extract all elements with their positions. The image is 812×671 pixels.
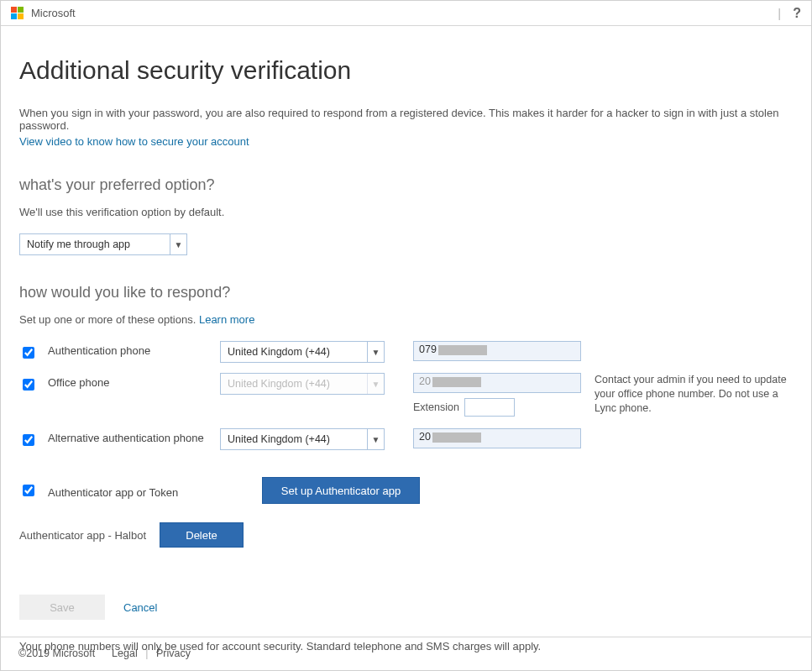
input-auth-phone-number[interactable]: 079: [413, 341, 581, 361]
page-body: Additional security verification When yo…: [1, 26, 811, 653]
select-country-office-phone-value: United Kingdom (+44): [221, 374, 384, 394]
respond-heading: how would you like to respond?: [19, 284, 793, 301]
office-phone-note: Contact your admin if you need to update…: [589, 373, 793, 416]
footer: ©2019 Microsoft Legal | Privacy: [0, 637, 812, 671]
delete-authenticator-button-label: Delete: [186, 529, 217, 542]
intro-text: When you sign in with your password, you…: [19, 107, 792, 132]
cancel-link[interactable]: Cancel: [123, 601, 157, 614]
respond-desc-text: Set up one or more of these options.: [19, 313, 199, 326]
input-office-phone-number: 20: [413, 373, 581, 393]
help-icon[interactable]: ?: [793, 6, 801, 21]
input-extension: [464, 398, 515, 417]
authenticator-device-label: Authenticator app - Halbot: [19, 529, 146, 542]
preferred-desc: We'll use this verification option by de…: [19, 206, 793, 218]
input-auth-phone-number-value: 079: [419, 343, 437, 355]
input-alt-phone-number[interactable]: 20: [413, 428, 581, 448]
brand-name: Microsoft: [31, 7, 76, 19]
row-office-phone: Office phone United Kingdom (+44) ▼ 20 E…: [19, 373, 793, 417]
label-authentication-phone: Authentication phone: [48, 341, 212, 357]
row-alt-auth-phone: Alternative authentication phone United …: [19, 428, 793, 455]
select-country-auth-phone-value: United Kingdom (+44): [221, 342, 384, 362]
footer-legal-link[interactable]: Legal: [112, 647, 138, 659]
microsoft-logo-icon: [11, 7, 24, 20]
preferred-option-value: Notify me through app: [20, 234, 186, 254]
learn-more-link[interactable]: Learn more: [199, 313, 254, 326]
header-divider: |: [778, 6, 781, 20]
checkbox-office-phone[interactable]: [23, 379, 34, 391]
input-office-phone-number-value: 20: [419, 375, 431, 387]
footer-privacy-link[interactable]: Privacy: [156, 647, 191, 659]
footer-copyright: ©2019 Microsoft: [18, 647, 95, 659]
checkbox-alt-auth-phone[interactable]: [23, 434, 34, 446]
save-button: Save: [19, 595, 105, 620]
preferred-heading: what's your preferred option?: [19, 176, 793, 194]
intro-video-link[interactable]: View video to know how to secure your ac…: [19, 135, 249, 148]
label-authenticator-app: Authenticator app or Token: [48, 483, 254, 499]
row-authenticator-app: Authenticator app or Token Set up Authen…: [19, 477, 793, 504]
label-alt-auth-phone: Alternative authentication phone: [48, 428, 212, 444]
row-authentication-phone: Authentication phone United Kingdom (+44…: [19, 341, 793, 368]
select-country-alt-phone-value: United Kingdom (+44): [221, 429, 384, 449]
preferred-option-select[interactable]: Notify me through app ▼: [19, 233, 187, 255]
checkbox-authenticator-app[interactable]: [23, 485, 34, 496]
select-country-alt-phone[interactable]: United Kingdom (+44) ▼: [220, 428, 385, 450]
select-country-auth-phone[interactable]: United Kingdom (+44) ▼: [220, 341, 385, 363]
checkbox-authentication-phone[interactable]: [23, 347, 34, 359]
delete-authenticator-button[interactable]: Delete: [160, 522, 244, 548]
respond-desc: Set up one or more of these options. Lea…: [19, 313, 793, 326]
brand-bar: Microsoft | ?: [1, 1, 811, 26]
label-office-phone: Office phone: [48, 373, 212, 389]
select-country-office-phone: United Kingdom (+44) ▼: [220, 373, 385, 395]
page-title: Additional security verification: [19, 56, 793, 85]
save-button-label: Save: [50, 601, 75, 614]
label-extension: Extension: [413, 401, 459, 413]
setup-authenticator-button[interactable]: Set up Authenticator app: [262, 477, 420, 504]
footer-separator: |: [145, 647, 148, 659]
row-authenticator-device: Authenticator app - Halbot Delete: [19, 522, 793, 548]
action-row: Save Cancel: [19, 595, 793, 620]
input-alt-phone-number-value: 20: [419, 431, 431, 443]
setup-authenticator-button-label: Set up Authenticator app: [281, 485, 401, 497]
